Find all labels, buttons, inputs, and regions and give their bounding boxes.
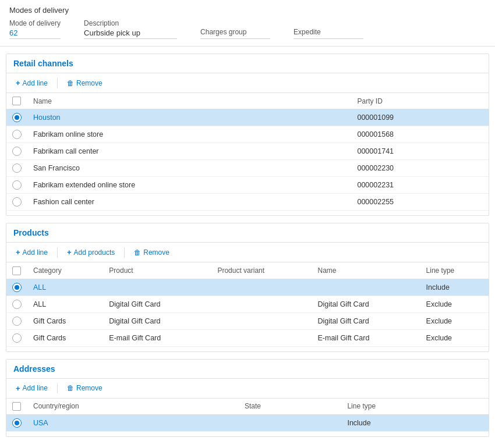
products-separator-1 <box>57 247 58 258</box>
products-separator-2 <box>124 247 125 258</box>
page-container: Modes of delivery Mode of delivery 62 De… <box>0 0 495 448</box>
retail-row-party-id: 000002230 <box>351 160 489 177</box>
expedite-value[interactable] <box>294 37 363 39</box>
addresses-header: Addresses <box>6 360 489 379</box>
radio-button[interactable] <box>12 283 22 292</box>
radio-button[interactable] <box>12 418 22 428</box>
retail-channels-header: Retail channels <box>6 54 489 73</box>
retail-remove-button[interactable]: 🗑 Remove <box>62 77 107 89</box>
addresses-col-state: State <box>239 399 342 415</box>
product-row-line-type: Exclude <box>420 312 489 329</box>
product-row-product <box>103 279 211 296</box>
retail-row[interactable]: Houston 000001099 <box>6 109 489 126</box>
col-name-header: Name <box>27 93 351 109</box>
addresses-title: Addresses <box>13 364 55 374</box>
products-col-product: Product <box>103 262 211 279</box>
retail-row-select[interactable] <box>6 143 27 160</box>
addresses-remove-button[interactable]: 🗑 Remove <box>62 382 107 394</box>
retail-row[interactable]: Fabrikam call center 000001741 <box>6 143 489 160</box>
addresses-add-line-button[interactable]: Add line <box>11 382 52 394</box>
addresses-table: Country/region State Line type USA Inclu… <box>6 399 489 432</box>
retail-row-select[interactable] <box>6 160 27 177</box>
product-row-category: ALL <box>27 296 103 312</box>
retail-row-party-id: 000001568 <box>351 126 489 143</box>
product-row-variant <box>211 296 312 312</box>
mode-of-delivery-value[interactable]: 62 <box>9 29 61 39</box>
products-col-line-type: Line type <box>420 262 489 279</box>
product-row-select[interactable] <box>6 312 27 329</box>
addresses-select-all[interactable] <box>12 402 21 411</box>
radio-button[interactable] <box>12 197 22 207</box>
radio-button[interactable] <box>12 147 22 156</box>
retail-row[interactable]: Fabrikam online store 000001568 <box>6 126 489 143</box>
mode-of-delivery-label: Mode of delivery <box>9 19 61 27</box>
modes-title: Modes of delivery <box>9 6 486 15</box>
retail-row-select[interactable] <box>6 109 27 126</box>
retail-add-line-button[interactable]: Add line <box>11 77 52 89</box>
products-add-line-button[interactable]: Add line <box>11 246 52 258</box>
addresses-header-row: Country/region State Line type <box>6 399 489 415</box>
field-description: Description Curbside pick up <box>84 19 177 39</box>
product-row-product: E-mail Gift Card <box>103 329 211 346</box>
products-col-select <box>6 262 27 279</box>
product-row-select[interactable] <box>6 329 27 346</box>
product-row-select[interactable] <box>6 279 27 296</box>
radio-button[interactable] <box>12 317 22 326</box>
radio-button[interactable] <box>12 300 22 309</box>
address-row[interactable]: USA Include <box>6 414 489 431</box>
product-row-line-type: Exclude <box>420 329 489 346</box>
product-row-category: ALL <box>27 279 103 296</box>
field-mode-of-delivery: Mode of delivery 62 <box>9 19 61 39</box>
product-row-line-type: Exclude <box>420 296 489 312</box>
select-all-checkbox[interactable] <box>12 97 21 105</box>
products-table: Category Product Product variant Name Li… <box>6 262 489 346</box>
radio-button[interactable] <box>12 333 22 343</box>
product-row-variant <box>211 312 312 329</box>
retail-channels-content: Add line 🗑 Remove Name Party ID <box>6 73 489 215</box>
retail-channels-table: Name Party ID Houston 000001099 Fabrikam… <box>6 93 489 211</box>
col-select-header <box>6 93 27 109</box>
field-charges-group: Charges group <box>200 28 270 39</box>
addresses-separator <box>57 383 58 393</box>
retail-row[interactable]: Fabrikam extended online store 000002231 <box>6 177 489 194</box>
retail-row-select[interactable] <box>6 194 27 211</box>
product-row-name <box>312 279 420 296</box>
radio-button[interactable] <box>12 163 22 173</box>
retail-row-select[interactable] <box>6 177 27 194</box>
addresses-tbody: USA Include <box>6 414 489 431</box>
product-row[interactable]: Gift Cards Digital Gift Card Digital Gif… <box>6 312 489 329</box>
retail-row-party-id: 000002231 <box>351 177 489 194</box>
description-value[interactable]: Curbside pick up <box>84 29 177 39</box>
products-toolbar: Add line Add products 🗑 Remove <box>6 243 489 262</box>
product-row-product: Digital Gift Card <box>103 312 211 329</box>
plus-icon-addresses <box>16 384 20 393</box>
radio-button[interactable] <box>12 130 22 139</box>
products-add-products-button[interactable]: Add products <box>62 246 119 258</box>
trash-icon: 🗑 <box>67 79 74 87</box>
address-row-select[interactable] <box>6 414 27 431</box>
product-row-product: Digital Gift Card <box>103 296 211 312</box>
product-row-select[interactable] <box>6 296 27 312</box>
retail-row[interactable]: Fashion call center 000002255 <box>6 194 489 211</box>
products-remove-button[interactable]: 🗑 Remove <box>129 247 174 258</box>
retail-row-name: San Francisco <box>27 160 351 177</box>
col-party-id-header: Party ID <box>351 93 489 109</box>
products-content: Add line Add products 🗑 Remove <box>6 243 489 351</box>
addresses-col-line-type: Line type <box>341 399 489 415</box>
retail-row-select[interactable] <box>6 126 27 143</box>
product-row[interactable]: ALL Digital Gift Card Digital Gift Card … <box>6 296 489 312</box>
product-row[interactable]: Gift Cards E-mail Gift Card E-mail Gift … <box>6 329 489 346</box>
products-col-variant: Product variant <box>211 262 312 279</box>
product-row[interactable]: ALL Include <box>6 279 489 296</box>
addresses-col-country: Country/region <box>27 399 239 415</box>
product-row-line-type: Include <box>420 279 489 296</box>
radio-button[interactable] <box>12 113 22 122</box>
charges-group-value[interactable] <box>200 37 270 39</box>
product-row-name: E-mail Gift Card <box>312 329 420 346</box>
products-select-all[interactable] <box>12 266 21 275</box>
plus-icon-products <box>16 248 20 257</box>
retail-row-name: Fabrikam online store <box>27 126 351 143</box>
retail-row[interactable]: San Francisco 000002230 <box>6 160 489 177</box>
retail-row-name: Houston <box>27 109 351 126</box>
radio-button[interactable] <box>12 180 22 190</box>
